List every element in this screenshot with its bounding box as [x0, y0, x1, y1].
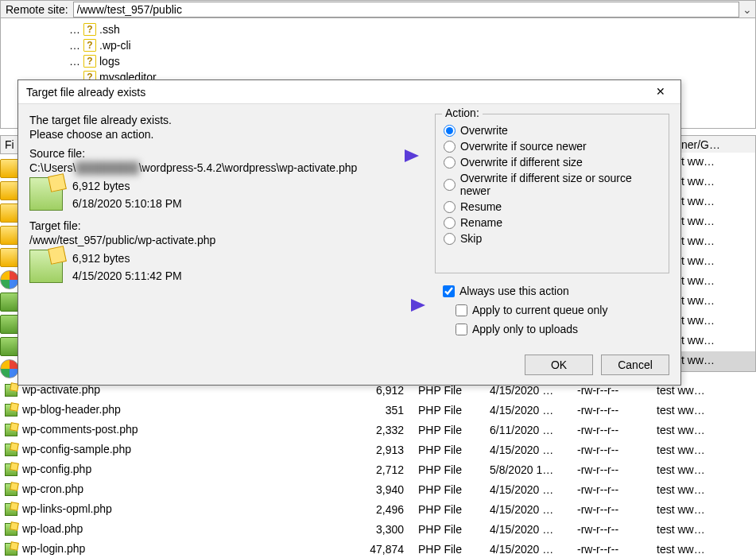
app-icon: [0, 293, 19, 312]
chrome-icon: [0, 270, 19, 289]
file-owner: test ww…: [652, 459, 756, 479]
action-group: Action: OverwriteOverwrite if source new…: [435, 114, 669, 273]
remote-site-input[interactable]: [73, 2, 739, 17]
file-type: PHP File: [413, 459, 485, 479]
app-icon: [0, 315, 19, 334]
file-perm: -rw-r--r--: [572, 459, 652, 479]
unknown-icon: ?: [83, 39, 96, 52]
table-row[interactable]: wp-cron.php3,940PHP File4/15/2020 …-rw-r…: [0, 479, 756, 499]
action-label: Overwrite: [460, 124, 508, 137]
file-size: 2,712: [238, 459, 413, 479]
action-radio[interactable]: Overwrite if different size: [444, 156, 661, 169]
close-icon[interactable]: ✕: [649, 83, 673, 102]
file-date: 4/15/2020 …: [485, 479, 572, 499]
tree-item-label: .ssh: [99, 23, 120, 36]
file-list[interactable]: wp-activate.php6,912PHP File4/15/2020 …-…: [0, 380, 756, 558]
ok-button[interactable]: OK: [525, 355, 593, 375]
target-file-path: /www/test_957/public/wp-activate.php: [29, 234, 427, 246]
owner-cell: t ww…: [677, 172, 755, 192]
file-name: wp-config.php: [22, 463, 91, 475]
php-file-icon: [5, 384, 17, 397]
php-file-icon: [29, 250, 63, 283]
tree-item[interactable]: …?.ssh: [6, 21, 750, 37]
file-size: 3,300: [238, 519, 413, 539]
folder-icon: [0, 181, 19, 200]
cancel-button[interactable]: Cancel: [601, 355, 669, 375]
table-row[interactable]: wp-config.php2,712PHP File5/8/2020 1…-rw…: [0, 459, 756, 479]
file-owner: test ww…: [652, 479, 756, 499]
action-label: Rename: [460, 216, 502, 229]
action-label: Overwrite if different size: [460, 156, 583, 169]
apply-queue-checkbox[interactable]: Apply to current queue only: [456, 304, 669, 316]
file-size: 2,496: [238, 499, 413, 519]
file-date: 4/15/2020 …: [485, 539, 572, 558]
file-name: wp-cron.php: [22, 482, 83, 495]
file-name: wp-blog-header.php: [22, 403, 121, 416]
remote-site-label: Remote site:: [1, 3, 73, 16]
file-date: 4/15/2020 …: [485, 499, 572, 519]
action-radio[interactable]: Overwrite if source newer: [444, 140, 661, 153]
file-owner: test ww…: [652, 539, 756, 558]
file-type: PHP File: [413, 440, 485, 459]
file-perm: -rw-r--r--: [572, 539, 652, 558]
source-file-date: 6/18/2020 5:10:18 PM: [72, 195, 182, 212]
file-name: wp-config-sample.php: [22, 443, 131, 455]
action-radio[interactable]: Overwrite if different size or source ne…: [444, 172, 661, 197]
action-label: Skip: [460, 232, 482, 245]
table-row[interactable]: wp-login.php47,874PHP File4/15/2020 …-rw…: [0, 539, 756, 558]
overwrite-dialog: Target file already exists ✕ The target …: [17, 79, 681, 386]
owner-cell: t ww…: [677, 292, 755, 312]
file-type: PHP File: [413, 539, 485, 558]
file-owner: test ww…: [652, 400, 756, 420]
owner-cell: t ww…: [677, 153, 755, 172]
action-legend: Action:: [442, 107, 483, 119]
action-label: Overwrite if source newer: [460, 140, 587, 153]
owner-cell: t ww…: [677, 192, 755, 212]
table-row[interactable]: wp-config-sample.php2,913PHP File4/15/20…: [0, 440, 756, 459]
table-row[interactable]: wp-blog-header.php351PHP File4/15/2020 ……: [0, 400, 756, 420]
tree-item[interactable]: …?.wp-cli: [6, 37, 750, 53]
target-file-size: 6,912 bytes: [72, 250, 182, 267]
owner-cell: t ww…: [677, 331, 755, 351]
table-row[interactable]: wp-comments-post.php2,332PHP File6/11/20…: [0, 420, 756, 440]
file-owner: test ww…: [652, 420, 756, 440]
chevron-down-icon[interactable]: ⌄: [739, 3, 755, 16]
arrow-annotation: [370, 295, 425, 316]
dialog-message2: Please choose an action.: [29, 128, 427, 141]
source-file-size: 6,912 bytes: [72, 177, 182, 195]
file-size: 2,332: [238, 420, 413, 440]
dialog-title: Target file already exists: [26, 86, 145, 99]
folder-icon: [0, 203, 19, 223]
action-radio[interactable]: Resume: [444, 200, 661, 213]
file-type: PHP File: [413, 479, 485, 499]
remote-site-bar: Remote site: ⌄: [0, 0, 756, 17]
action-label: Overwrite if different size or source ne…: [460, 172, 661, 197]
file-date: 5/8/2020 1…: [485, 459, 572, 479]
action-radio[interactable]: Rename: [444, 216, 661, 229]
apply-uploads-checkbox[interactable]: Apply only to uploads: [456, 323, 669, 335]
file-name: wp-comments-post.php: [22, 423, 138, 436]
file-perm: -rw-r--r--: [572, 479, 652, 499]
table-row[interactable]: wp-links-opml.php2,496PHP File4/15/2020 …: [0, 499, 756, 519]
table-row[interactable]: wp-load.php3,300PHP File4/15/2020 …-rw-r…: [0, 519, 756, 539]
owner-column: t ww…t ww…t ww…t ww…t ww…t ww…t ww…t ww……: [677, 153, 756, 372]
tree-item[interactable]: …?logs: [6, 53, 750, 69]
action-radio[interactable]: Skip: [444, 232, 661, 245]
file-type: PHP File: [413, 420, 485, 440]
action-label: Resume: [460, 200, 502, 213]
unknown-icon: ?: [83, 23, 96, 36]
file-perm: -rw-r--r--: [572, 400, 652, 420]
php-file-icon: [5, 404, 17, 417]
php-file-icon: [5, 523, 17, 536]
file-size: 47,874: [238, 539, 413, 558]
file-perm: -rw-r--r--: [572, 519, 652, 539]
file-size: 3,940: [238, 479, 413, 499]
owner-cell: t ww…: [677, 232, 755, 252]
file-perm: -rw-r--r--: [572, 499, 652, 519]
owner-cell: t ww…: [677, 351, 755, 371]
target-file-date: 4/15/2020 5:11:42 PM: [72, 267, 182, 285]
owner-column-header[interactable]: ner/G…: [677, 135, 756, 154]
always-use-checkbox[interactable]: Always use this action: [443, 285, 669, 297]
owner-cell: t ww…: [677, 252, 755, 272]
action-radio[interactable]: Overwrite: [444, 124, 661, 137]
